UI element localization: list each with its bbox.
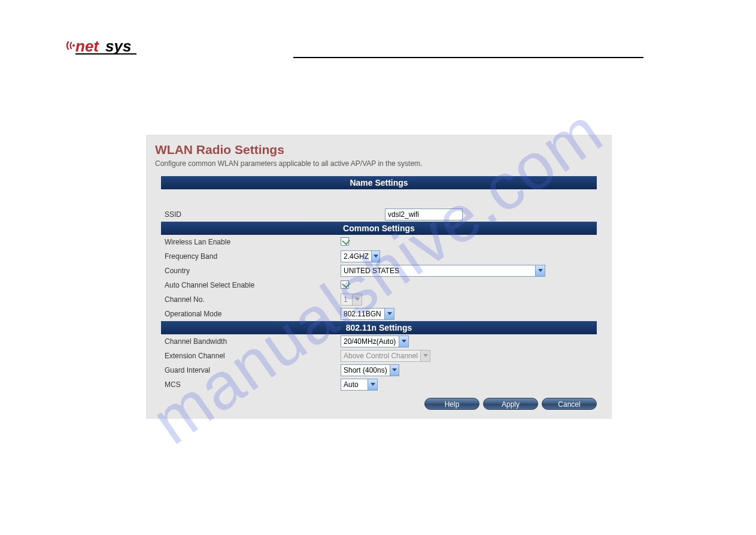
chevron-down-icon	[399, 336, 408, 347]
label-frequency-band: Frequency Band	[165, 252, 341, 261]
label-guard-interval: Guard Interval	[165, 366, 341, 374]
select-channel-no: 1	[341, 294, 362, 306]
page-title: WLAN Radio Settings	[147, 143, 611, 159]
row-channel-bandwidth: Channel Bandwidth 20/40MHz(Auto)	[147, 334, 611, 349]
row-operational-mode: Operational Mode 802.11BGN	[147, 307, 611, 321]
label-auto-channel-select: Auto Channel Select Enable	[165, 281, 341, 289]
select-extension-channel-value: Above Control Channel	[344, 352, 420, 360]
chevron-down-icon	[420, 350, 430, 361]
select-channel-bandwidth[interactable]: 20/40MHz(Auto)	[341, 335, 409, 347]
ssid-input[interactable]	[385, 208, 463, 220]
select-mcs-value: Auto	[344, 380, 361, 389]
chevron-down-icon	[535, 265, 545, 276]
label-country: Country	[165, 267, 341, 275]
chevron-down-icon	[371, 251, 379, 262]
svg-text:sys: sys	[105, 37, 131, 55]
select-country-value: UNITED STATES	[344, 267, 402, 275]
checkbox-auto-channel-select[interactable]	[341, 280, 349, 289]
checkbox-wireless-enable[interactable]	[341, 237, 349, 246]
apply-button[interactable]: Apply	[483, 398, 538, 410]
label-wireless-enable: Wireless Lan Enable	[165, 238, 341, 246]
select-frequency-band-value: 2.4GHZ	[344, 252, 371, 261]
select-frequency-band[interactable]: 2.4GHZ	[341, 250, 380, 262]
select-guard-interval-value: Short (400ns)	[344, 366, 390, 374]
brand-logo: net sys	[66, 37, 139, 58]
chevron-down-icon	[390, 365, 399, 376]
row-frequency-band: Frequency Band 2.4GHZ	[147, 249, 611, 264]
svg-point-0	[72, 44, 75, 47]
help-button[interactable]: Help	[424, 398, 479, 410]
page-description: Configure common WLAN parameters applica…	[147, 159, 611, 176]
select-country[interactable]: UNITED STATES	[341, 265, 545, 277]
cancel-button[interactable]: Cancel	[542, 398, 597, 410]
row-extension-channel: Extension Channel Above Control Channel	[147, 349, 611, 363]
row-ssid: SSID	[147, 207, 611, 222]
row-wireless-enable: Wireless Lan Enable	[147, 235, 611, 249]
section-common-settings: Common Settings	[161, 222, 597, 235]
select-channel-bandwidth-value: 20/40MHz(Auto)	[344, 337, 398, 346]
select-extension-channel: Above Control Channel	[341, 350, 430, 362]
svg-text:net: net	[75, 37, 99, 55]
row-guard-interval: Guard Interval Short (400ns)	[147, 363, 611, 377]
label-extension-channel: Extension Channel	[165, 352, 341, 360]
select-operational-mode-value: 802.11BGN	[344, 310, 384, 318]
button-row: Help Apply Cancel	[147, 392, 611, 410]
chevron-down-icon	[368, 379, 377, 390]
row-mcs: MCS Auto	[147, 377, 611, 392]
label-mcs: MCS	[165, 380, 341, 389]
select-operational-mode[interactable]: 802.11BGN	[341, 308, 394, 320]
chevron-down-icon	[384, 309, 394, 319]
row-channel-no: Channel No. 1	[147, 292, 611, 307]
select-guard-interval[interactable]: Short (400ns)	[341, 364, 399, 376]
row-auto-channel-select: Auto Channel Select Enable	[147, 278, 611, 292]
label-ssid: SSID	[165, 210, 290, 219]
label-operational-mode: Operational Mode	[165, 310, 341, 318]
label-channel-bandwidth: Channel Bandwidth	[165, 337, 341, 346]
section-80211n-settings: 802.11n Settings	[161, 321, 597, 334]
select-channel-no-value: 1	[344, 295, 350, 304]
row-country: Country UNITED STATES	[147, 264, 611, 278]
select-mcs[interactable]: Auto	[341, 379, 378, 391]
label-channel-no: Channel No.	[165, 295, 341, 304]
header-divider	[293, 57, 643, 58]
section-name-settings: Name Settings	[161, 176, 597, 189]
settings-panel: WLAN Radio Settings Configure common WLA…	[146, 135, 612, 419]
chevron-down-icon	[352, 294, 362, 305]
